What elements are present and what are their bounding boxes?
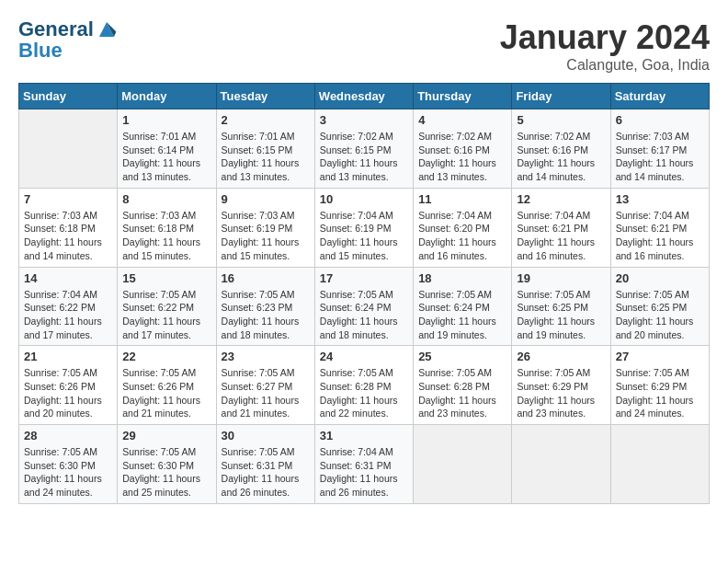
day-number: 28 [24, 429, 112, 442]
month-title: January 2024 [500, 18, 710, 57]
title-block: January 2024 Calangute, Goa, India [500, 18, 710, 74]
calendar-cell: 31Sunrise: 7:04 AMSunset: 6:31 PMDayligh… [314, 425, 413, 504]
day-info: Sunrise: 7:05 AMSunset: 6:25 PMDaylight:… [616, 288, 704, 342]
logo: General Blue [18, 18, 118, 61]
page-header: General Blue January 2024 Calangute, Goa… [18, 18, 710, 74]
day-info: Sunrise: 7:05 AMSunset: 6:24 PMDaylight:… [418, 288, 506, 342]
logo-text: General [18, 19, 94, 40]
day-number: 18 [418, 271, 506, 285]
calendar-cell: 16Sunrise: 7:05 AMSunset: 6:23 PMDayligh… [216, 267, 314, 346]
week-row-5: 28Sunrise: 7:05 AMSunset: 6:30 PMDayligh… [19, 425, 710, 504]
calendar-cell: 12Sunrise: 7:04 AMSunset: 6:21 PMDayligh… [512, 188, 610, 267]
week-row-3: 14Sunrise: 7:04 AMSunset: 6:22 PMDayligh… [19, 267, 710, 346]
location-subtitle: Calangute, Goa, India [500, 57, 710, 74]
calendar-cell: 17Sunrise: 7:05 AMSunset: 6:24 PMDayligh… [314, 267, 413, 346]
day-info: Sunrise: 7:02 AMSunset: 6:16 PMDaylight:… [517, 130, 605, 184]
calendar-cell [414, 425, 512, 504]
day-info: Sunrise: 7:05 AMSunset: 6:31 PMDaylight:… [222, 445, 310, 500]
day-number: 12 [517, 192, 605, 206]
day-number: 29 [122, 429, 210, 442]
calendar-cell: 18Sunrise: 7:05 AMSunset: 6:24 PMDayligh… [414, 267, 512, 346]
day-header-wednesday: Wednesday [314, 84, 413, 109]
day-number: 4 [418, 113, 506, 127]
calendar-cell: 11Sunrise: 7:04 AMSunset: 6:20 PMDayligh… [414, 188, 512, 267]
day-number: 15 [122, 271, 210, 285]
calendar-cell: 8Sunrise: 7:03 AMSunset: 6:18 PMDaylight… [118, 188, 216, 267]
calendar-cell: 13Sunrise: 7:04 AMSunset: 6:21 PMDayligh… [610, 188, 709, 267]
day-info: Sunrise: 7:05 AMSunset: 6:29 PMDaylight:… [616, 366, 704, 420]
calendar-cell: 27Sunrise: 7:05 AMSunset: 6:29 PMDayligh… [610, 346, 709, 425]
day-number: 21 [24, 350, 112, 363]
calendar-body: 1Sunrise: 7:01 AMSunset: 6:14 PMDaylight… [19, 109, 710, 504]
calendar-table: SundayMondayTuesdayWednesdayThursdayFrid… [18, 83, 710, 504]
day-info: Sunrise: 7:01 AMSunset: 6:15 PMDaylight:… [222, 130, 310, 184]
day-number: 11 [418, 192, 506, 206]
day-info: Sunrise: 7:05 AMSunset: 6:30 PMDaylight:… [122, 445, 210, 500]
day-info: Sunrise: 7:02 AMSunset: 6:16 PMDaylight:… [418, 130, 506, 184]
day-number: 31 [320, 429, 408, 442]
calendar-cell: 24Sunrise: 7:05 AMSunset: 6:28 PMDayligh… [314, 346, 413, 425]
day-number: 5 [517, 113, 605, 127]
day-info: Sunrise: 7:01 AMSunset: 6:14 PMDaylight:… [122, 130, 210, 184]
week-row-4: 21Sunrise: 7:05 AMSunset: 6:26 PMDayligh… [19, 346, 710, 425]
day-info: Sunrise: 7:03 AMSunset: 6:18 PMDaylight:… [122, 209, 210, 263]
day-info: Sunrise: 7:05 AMSunset: 6:27 PMDaylight:… [222, 366, 310, 420]
calendar-cell: 25Sunrise: 7:05 AMSunset: 6:28 PMDayligh… [414, 346, 512, 425]
day-number: 7 [24, 192, 112, 206]
day-info: Sunrise: 7:05 AMSunset: 6:25 PMDaylight:… [517, 288, 605, 342]
day-number: 23 [222, 350, 310, 363]
day-number: 25 [418, 350, 506, 363]
calendar-cell [610, 425, 709, 504]
day-number: 2 [222, 113, 310, 127]
calendar-cell [512, 425, 610, 504]
day-info: Sunrise: 7:04 AMSunset: 6:21 PMDaylight:… [616, 209, 704, 263]
week-row-2: 7Sunrise: 7:03 AMSunset: 6:18 PMDaylight… [19, 188, 710, 267]
day-info: Sunrise: 7:04 AMSunset: 6:21 PMDaylight:… [517, 209, 605, 263]
day-info: Sunrise: 7:05 AMSunset: 6:23 PMDaylight:… [222, 288, 310, 342]
day-header-thursday: Thursday [414, 84, 512, 109]
day-number: 10 [320, 192, 408, 206]
day-number: 6 [616, 113, 704, 127]
calendar-cell: 26Sunrise: 7:05 AMSunset: 6:29 PMDayligh… [512, 346, 610, 425]
day-number: 9 [222, 192, 310, 206]
day-number: 19 [517, 271, 605, 285]
day-info: Sunrise: 7:05 AMSunset: 6:26 PMDaylight:… [24, 366, 112, 420]
day-info: Sunrise: 7:05 AMSunset: 6:28 PMDaylight:… [320, 366, 408, 420]
day-info: Sunrise: 7:04 AMSunset: 6:20 PMDaylight:… [418, 209, 506, 263]
day-info: Sunrise: 7:02 AMSunset: 6:15 PMDaylight:… [320, 130, 408, 184]
day-header-saturday: Saturday [610, 84, 709, 109]
day-header-sunday: Sunday [19, 84, 118, 109]
logo-icon [96, 18, 118, 40]
calendar-cell: 20Sunrise: 7:05 AMSunset: 6:25 PMDayligh… [610, 267, 709, 346]
day-number: 26 [517, 350, 605, 363]
day-header-tuesday: Tuesday [216, 84, 314, 109]
calendar-cell [19, 109, 118, 189]
calendar-cell: 5Sunrise: 7:02 AMSunset: 6:16 PMDaylight… [512, 109, 610, 189]
day-info: Sunrise: 7:03 AMSunset: 6:18 PMDaylight:… [24, 209, 112, 263]
day-number: 3 [320, 113, 408, 127]
day-number: 17 [320, 271, 408, 285]
day-info: Sunrise: 7:05 AMSunset: 6:26 PMDaylight:… [122, 366, 210, 420]
calendar-cell: 22Sunrise: 7:05 AMSunset: 6:26 PMDayligh… [118, 346, 216, 425]
day-info: Sunrise: 7:05 AMSunset: 6:30 PMDaylight:… [24, 445, 112, 500]
day-info: Sunrise: 7:03 AMSunset: 6:17 PMDaylight:… [616, 130, 704, 184]
logo-subtext: Blue [18, 40, 118, 61]
calendar-cell: 3Sunrise: 7:02 AMSunset: 6:15 PMDaylight… [314, 109, 413, 189]
calendar-cell: 10Sunrise: 7:04 AMSunset: 6:19 PMDayligh… [314, 188, 413, 267]
calendar-cell: 6Sunrise: 7:03 AMSunset: 6:17 PMDaylight… [610, 109, 709, 189]
calendar-cell: 9Sunrise: 7:03 AMSunset: 6:19 PMDaylight… [216, 188, 314, 267]
calendar-cell: 14Sunrise: 7:04 AMSunset: 6:22 PMDayligh… [19, 267, 118, 346]
calendar-cell: 4Sunrise: 7:02 AMSunset: 6:16 PMDaylight… [414, 109, 512, 189]
day-number: 24 [320, 350, 408, 363]
day-number: 30 [222, 429, 310, 442]
calendar-cell: 1Sunrise: 7:01 AMSunset: 6:14 PMDaylight… [118, 109, 216, 189]
day-info: Sunrise: 7:04 AMSunset: 6:19 PMDaylight:… [320, 209, 408, 263]
calendar-cell: 28Sunrise: 7:05 AMSunset: 6:30 PMDayligh… [19, 425, 118, 504]
day-info: Sunrise: 7:05 AMSunset: 6:28 PMDaylight:… [418, 366, 506, 420]
day-number: 1 [122, 113, 210, 127]
day-info: Sunrise: 7:05 AMSunset: 6:22 PMDaylight:… [122, 288, 210, 342]
calendar-cell: 29Sunrise: 7:05 AMSunset: 6:30 PMDayligh… [118, 425, 216, 504]
day-header-friday: Friday [512, 84, 610, 109]
calendar-header-row: SundayMondayTuesdayWednesdayThursdayFrid… [19, 84, 710, 109]
day-number: 16 [222, 271, 310, 285]
